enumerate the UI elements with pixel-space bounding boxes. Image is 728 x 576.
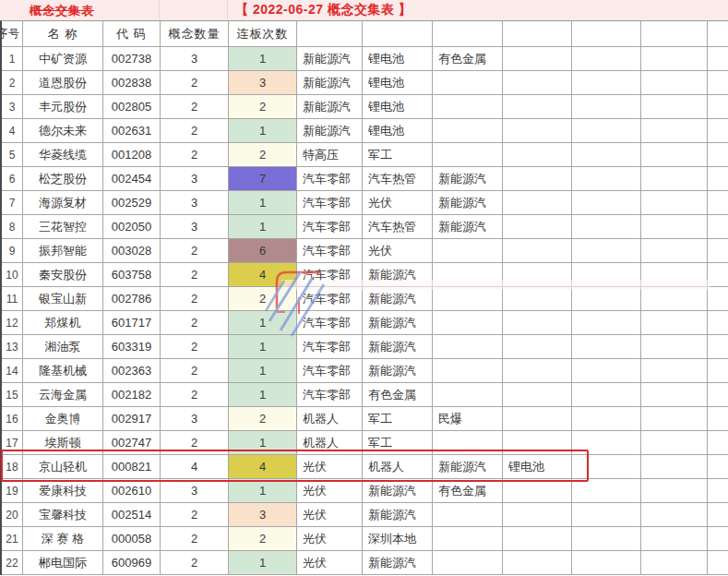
concept-cell[interactable]: [572, 311, 641, 335]
concept-cell[interactable]: [503, 95, 572, 119]
concept-cell[interactable]: 军工: [363, 407, 433, 431]
streak-count-cell[interactable]: 7: [229, 167, 297, 191]
concept-cell[interactable]: 有色金属: [363, 383, 433, 407]
concept-count-cell[interactable]: 2: [161, 503, 229, 527]
concept-cell[interactable]: 锂电池: [363, 71, 433, 95]
stock-code-cell[interactable]: 003028: [103, 239, 161, 263]
stock-code-cell[interactable]: 002363: [103, 359, 161, 383]
concept-cell[interactable]: 锂电池: [363, 47, 433, 71]
concept-cell[interactable]: 机器人: [297, 431, 363, 455]
concept-cell[interactable]: 光伏: [297, 479, 363, 503]
stock-code-cell[interactable]: 002050: [103, 215, 161, 239]
concept-cell[interactable]: [708, 383, 728, 407]
concept-cell[interactable]: [433, 143, 503, 167]
concept-cell[interactable]: 有色金属: [433, 479, 503, 503]
concept-cell[interactable]: [433, 551, 503, 575]
concept-cell[interactable]: [708, 551, 728, 575]
concept-cell[interactable]: 光伏: [297, 551, 363, 575]
row-index-cell[interactable]: 8: [2, 215, 23, 239]
concept-cell[interactable]: [708, 335, 728, 359]
row-index-cell[interactable]: 11: [2, 287, 23, 311]
concept-cell[interactable]: 机器人: [363, 455, 433, 479]
concept-cell[interactable]: [433, 95, 503, 119]
stock-code-cell[interactable]: 002631: [103, 119, 161, 143]
concept-cell[interactable]: [641, 191, 708, 215]
stock-name-cell[interactable]: 宝馨科技: [23, 503, 103, 527]
concept-cell[interactable]: [708, 311, 728, 335]
concept-cell[interactable]: 军工: [363, 143, 433, 167]
concept-cell[interactable]: 汽车零部: [297, 383, 363, 407]
row-index-cell[interactable]: 18: [2, 455, 23, 479]
concept-cell[interactable]: [503, 191, 572, 215]
concept-cell[interactable]: [433, 431, 503, 455]
concept-cell[interactable]: [708, 503, 728, 527]
concept-cell[interactable]: 特高压: [297, 143, 363, 167]
concept-count-cell[interactable]: 3: [161, 191, 229, 215]
row-index-cell[interactable]: 13: [2, 335, 23, 359]
row-index-cell[interactable]: 21: [2, 527, 23, 551]
concept-cell[interactable]: [641, 95, 708, 119]
concept-cell[interactable]: [641, 335, 708, 359]
concept-cell[interactable]: [572, 527, 641, 551]
concept-cell[interactable]: [572, 71, 641, 95]
column-header[interactable]: [708, 21, 728, 47]
concept-cell[interactable]: [503, 167, 572, 191]
concept-count-cell[interactable]: 3: [161, 479, 229, 503]
concept-cell[interactable]: 汽车零部: [297, 311, 363, 335]
stock-code-cell[interactable]: 002747: [103, 431, 161, 455]
concept-cell[interactable]: [572, 551, 641, 575]
row-index-cell[interactable]: 20: [2, 503, 23, 527]
concept-cell[interactable]: [433, 287, 503, 311]
concept-cell[interactable]: [641, 551, 708, 575]
column-header[interactable]: [363, 21, 433, 47]
concept-cell[interactable]: [641, 527, 708, 551]
column-header[interactable]: [433, 21, 503, 47]
stock-code-cell[interactable]: 002838: [103, 71, 161, 95]
concept-cell[interactable]: 汽车热管: [363, 167, 433, 191]
concept-cell[interactable]: 机器人: [297, 407, 363, 431]
concept-cell[interactable]: 新能源汽: [297, 95, 363, 119]
concept-cell[interactable]: [641, 479, 708, 503]
concept-cell[interactable]: 新能源汽: [363, 335, 433, 359]
concept-cell[interactable]: [708, 455, 728, 479]
concept-cell[interactable]: 锂电池: [363, 95, 433, 119]
stock-code-cell[interactable]: 603758: [103, 263, 161, 287]
stock-code-cell[interactable]: 601717: [103, 311, 161, 335]
concept-cell[interactable]: [572, 167, 641, 191]
concept-count-cell[interactable]: 2: [161, 263, 229, 287]
concept-cell[interactable]: [572, 143, 641, 167]
stock-name-cell[interactable]: 银宝山新: [23, 287, 103, 311]
stock-code-cell[interactable]: 002529: [103, 191, 161, 215]
concept-cell[interactable]: [572, 119, 641, 143]
concept-cell[interactable]: [708, 407, 728, 431]
concept-count-cell[interactable]: 2: [161, 287, 229, 311]
concept-cell[interactable]: 汽车零部: [297, 263, 363, 287]
concept-cell[interactable]: 汽车零部: [297, 287, 363, 311]
concept-cell[interactable]: [503, 335, 572, 359]
concept-cell[interactable]: [572, 359, 641, 383]
stock-code-cell[interactable]: 002514: [103, 503, 161, 527]
concept-cell[interactable]: 汽车零部: [297, 167, 363, 191]
concept-cell[interactable]: [572, 287, 641, 311]
column-header[interactable]: 概念数量: [161, 21, 229, 47]
concept-cell[interactable]: [503, 359, 572, 383]
concept-cell[interactable]: 有色金属: [433, 47, 503, 71]
concept-cell[interactable]: [572, 431, 641, 455]
stock-code-cell[interactable]: 002786: [103, 287, 161, 311]
stock-name-cell[interactable]: 三花智控: [23, 215, 103, 239]
concept-cell[interactable]: [641, 383, 708, 407]
streak-count-cell[interactable]: 1: [229, 215, 297, 239]
concept-cell[interactable]: [641, 503, 708, 527]
concept-cell[interactable]: 汽车零部: [297, 335, 363, 359]
concept-cell[interactable]: 新能源汽: [297, 119, 363, 143]
concept-cell[interactable]: 汽车零部: [297, 359, 363, 383]
column-header[interactable]: 连板次数: [229, 21, 297, 47]
concept-count-cell[interactable]: 2: [161, 359, 229, 383]
streak-count-cell[interactable]: 3: [229, 503, 297, 527]
concept-count-cell[interactable]: 2: [161, 383, 229, 407]
stock-name-cell[interactable]: 德尔未来: [23, 119, 103, 143]
concept-count-cell[interactable]: 4: [161, 455, 229, 479]
concept-cell[interactable]: [641, 167, 708, 191]
stock-code-cell[interactable]: 002454: [103, 167, 161, 191]
concept-cell[interactable]: [503, 431, 572, 455]
